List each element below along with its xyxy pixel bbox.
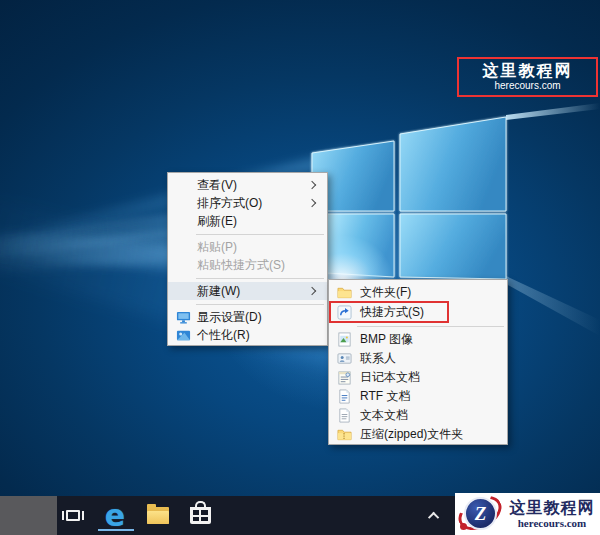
submenu-item-label: 压缩(zipped)文件夹 [360, 426, 463, 443]
file-explorer-icon [147, 507, 169, 524]
contact-icon [337, 351, 352, 366]
menu-separator [168, 300, 327, 308]
submenu-item-label: BMP 图像 [360, 331, 413, 348]
menu-separator [168, 230, 327, 238]
submenu-item-text-doc[interactable]: 文本文档 [329, 406, 507, 425]
submenu-item-zip-folder[interactable]: 压缩(zipped)文件夹 [329, 425, 507, 444]
menu-item-personalize[interactable]: 个性化(R) [168, 326, 327, 344]
submenu-item-label: RTF 文档 [360, 388, 410, 405]
logo-dot-icon [460, 523, 467, 530]
menu-item-label: 粘贴快捷方式(S) [197, 257, 285, 274]
show-hidden-icons-button[interactable] [420, 496, 450, 535]
submenu-item-label: 文件夹(F) [360, 284, 411, 301]
empty-icon-slot [176, 284, 191, 299]
watermark-top-right: 这里教程网 herecours.com [457, 57, 598, 97]
menu-item-sort-by[interactable]: 排序方式(O) [168, 194, 327, 212]
rtf-doc-icon [337, 389, 352, 404]
display-settings-icon [176, 310, 191, 325]
watermark-bottom-right: Z 这里教程网 herecours.com [455, 493, 600, 535]
watermark-title: 这里教程网 [483, 62, 573, 80]
menu-item-paste-shortcut: 粘贴快捷方式(S) [168, 256, 327, 274]
logo-circle-icon: Z [464, 497, 497, 530]
chevron-up-icon [428, 511, 439, 522]
submenu-arrow-icon [308, 287, 316, 295]
submenu-item-folder[interactable]: 文件夹(F) [329, 282, 507, 302]
submenu-item-label: 日记本文档 [360, 369, 420, 386]
submenu-item-journal-doc[interactable]: 日记本文档 [329, 368, 507, 387]
empty-icon-slot [176, 178, 191, 193]
menu-item-refresh[interactable]: 刷新(E) [168, 212, 327, 230]
menu-item-label: 粘贴(P) [197, 239, 237, 256]
menu-item-label: 排序方式(O) [197, 195, 262, 212]
empty-icon-slot [176, 240, 191, 255]
censored-start-area [0, 496, 57, 535]
store-icon [190, 507, 211, 524]
empty-icon-slot [176, 214, 191, 229]
menu-item-new[interactable]: 新建(W) [168, 282, 327, 300]
submenu-arrow-icon [308, 181, 316, 189]
folder-icon [337, 285, 352, 300]
menu-item-view[interactable]: 查看(V) [168, 176, 327, 194]
logo-letter: Z [475, 503, 487, 525]
submenu-item-contact[interactable]: 联系人 [329, 349, 507, 368]
empty-icon-slot [176, 258, 191, 273]
site-logo: Z [455, 493, 507, 535]
menu-separator [168, 274, 327, 282]
submenu-item-label: 文本文档 [360, 407, 408, 424]
menu-item-label: 新建(W) [197, 283, 240, 300]
file-explorer-button[interactable] [138, 496, 178, 535]
submenu-item-bmp-image[interactable]: BMP 图像 [329, 330, 507, 349]
store-button[interactable] [180, 496, 220, 535]
personalize-icon [176, 328, 191, 343]
submenu-item-rtf-doc[interactable]: RTF 文档 [329, 387, 507, 406]
watermark-domain: herecours.com [494, 80, 560, 92]
watermark-title: 这里教程网 [510, 499, 595, 517]
empty-icon-slot [176, 196, 191, 211]
journal-doc-icon [337, 370, 352, 385]
watermark-domain: herecours.com [518, 517, 587, 530]
red-highlight-box [329, 301, 449, 323]
desktop-screen: 这里教程网 herecours.com 查看(V) 排序方式(O) 刷新(E) … [0, 0, 600, 535]
desktop-context-menu: 查看(V) 排序方式(O) 刷新(E) 粘贴(P) 粘贴快捷方式(S) 新建(W… [167, 172, 328, 346]
text-doc-icon [337, 408, 352, 423]
menu-item-label: 查看(V) [197, 177, 237, 194]
menu-item-paste: 粘贴(P) [168, 238, 327, 256]
submenu-item-label: 联系人 [360, 350, 396, 367]
menu-item-label: 显示设置(D) [197, 309, 262, 326]
menu-separator [329, 322, 507, 330]
edge-icon: e [105, 503, 125, 529]
edge-active-indicator [98, 529, 134, 531]
task-view-button[interactable] [57, 496, 89, 535]
submenu-arrow-icon [308, 199, 316, 207]
zip-folder-icon [337, 427, 352, 442]
task-view-icon [66, 510, 80, 521]
menu-item-label: 个性化(R) [197, 327, 250, 344]
menu-item-label: 刷新(E) [197, 213, 237, 230]
bmp-image-icon [337, 332, 352, 347]
menu-item-display-settings[interactable]: 显示设置(D) [168, 308, 327, 326]
